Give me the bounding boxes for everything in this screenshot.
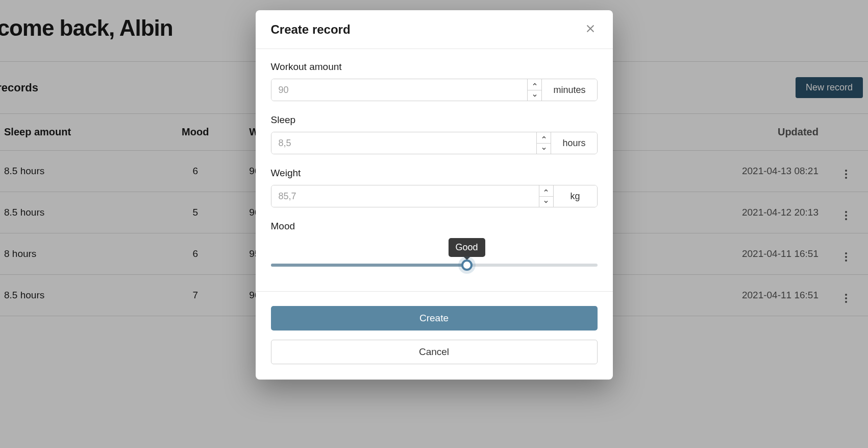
chevron-down-icon xyxy=(532,92,538,99)
chevron-up-icon xyxy=(532,81,538,87)
weight-step-down[interactable] xyxy=(539,196,553,207)
sleep-unit: hours xyxy=(551,132,597,154)
field-weight-label: Weight xyxy=(271,168,598,179)
field-mood-label: Mood xyxy=(271,221,598,232)
sleep-step-down[interactable] xyxy=(537,143,551,154)
modal-footer: Create Cancel xyxy=(256,291,613,380)
mood-slider[interactable]: Good xyxy=(271,238,598,274)
field-sleep-label: Sleep xyxy=(271,114,598,126)
modal-body: Workout amount minutes Slee xyxy=(256,49,613,291)
close-icon xyxy=(585,23,596,34)
field-mood: Mood Good xyxy=(271,221,598,274)
field-workout: Workout amount minutes xyxy=(271,61,598,101)
workout-input[interactable] xyxy=(271,79,528,101)
sleep-input-group: hours xyxy=(271,132,598,154)
workout-stepper xyxy=(527,79,541,101)
field-sleep: Sleep hours xyxy=(271,114,598,154)
mood-slider-thumb[interactable] xyxy=(461,260,473,271)
field-weight: Weight kg xyxy=(271,168,598,207)
mood-slider-fill xyxy=(271,264,467,267)
workout-input-group: minutes xyxy=(271,79,598,101)
workout-step-down[interactable] xyxy=(528,90,541,101)
create-record-modal: Create record Workout amount xyxy=(256,10,613,380)
weight-unit: kg xyxy=(553,185,597,207)
modal-overlay[interactable]: Create record Workout amount xyxy=(0,0,868,448)
sleep-input[interactable] xyxy=(271,132,537,154)
mood-slider-track[interactable] xyxy=(271,264,598,267)
weight-stepper xyxy=(539,185,553,207)
weight-input[interactable] xyxy=(271,185,539,207)
weight-step-up[interactable] xyxy=(539,185,553,196)
mood-tooltip: Good xyxy=(448,238,485,257)
chevron-up-icon xyxy=(541,134,547,140)
create-button[interactable]: Create xyxy=(271,306,598,331)
workout-step-up[interactable] xyxy=(528,79,541,90)
modal-header: Create record xyxy=(256,10,613,49)
modal-close-button[interactable] xyxy=(583,21,598,37)
sleep-stepper xyxy=(536,132,551,154)
cancel-button[interactable]: Cancel xyxy=(271,340,598,364)
chevron-down-icon xyxy=(543,199,549,205)
weight-input-group: kg xyxy=(271,185,598,207)
workout-unit: minutes xyxy=(541,79,597,101)
chevron-down-icon xyxy=(541,146,547,152)
field-workout-label: Workout amount xyxy=(271,61,598,73)
modal-title: Create record xyxy=(271,22,351,37)
chevron-up-icon xyxy=(543,187,549,194)
sleep-step-up[interactable] xyxy=(537,132,551,143)
